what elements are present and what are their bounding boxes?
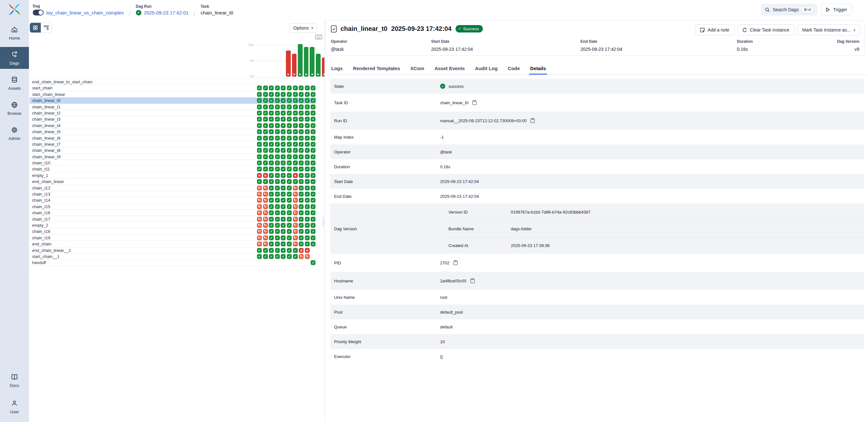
task-name[interactable]: end_chain (32, 241, 52, 247)
task-status-success-icon[interactable]: ✓ (311, 223, 315, 228)
task-name[interactable]: chain_t12 (32, 185, 50, 191)
task-status-success-icon[interactable]: ✓ (263, 248, 268, 253)
task-status-success-icon[interactable]: ✓ (305, 167, 310, 171)
task-status-success-icon[interactable]: ✓ (287, 117, 292, 121)
task-status-up_for_retry-icon[interactable]: ↻ (293, 204, 298, 209)
task-status-success-icon[interactable]: ✓ (269, 86, 274, 90)
task-status-success-icon[interactable]: ✓ (269, 204, 274, 209)
sidebar-item-dags[interactable]: Dags (0, 47, 29, 69)
task-status-success-icon[interactable]: ✓ (311, 105, 315, 109)
task-status-success-icon[interactable]: ✓ (281, 217, 286, 222)
task-status-success-icon[interactable]: ✓ (305, 123, 310, 128)
task-status-success-icon[interactable]: ✓ (269, 235, 274, 240)
task-status-success-icon[interactable]: ✓ (281, 229, 286, 234)
task-status-success-icon[interactable]: ✓ (305, 223, 310, 228)
task-status-success-icon[interactable]: ✓ (263, 111, 268, 115)
task-name[interactable]: chain_t16 (32, 210, 50, 216)
task-row[interactable]: chain_t19↻↻✓✓✓✓↻✓✓✓ (30, 235, 316, 241)
sidebar-item-home[interactable]: Home (0, 22, 29, 44)
task-status-success-icon[interactable]: ✓ (257, 123, 262, 128)
add-note-button[interactable]: Add a note (695, 24, 734, 35)
task-status-success-icon[interactable]: ✓ (287, 123, 292, 128)
grid-view-button[interactable] (30, 23, 41, 32)
task-status-success-icon[interactable]: ✓ (281, 117, 286, 121)
task-status-success-icon[interactable]: ✓ (257, 98, 262, 103)
task-status-success-icon[interactable]: ✓ (293, 254, 298, 259)
task-status-success-icon[interactable]: ✓ (299, 167, 304, 171)
task-status-success-icon[interactable]: ✓ (305, 186, 310, 190)
task-status-success-icon[interactable]: ✓ (281, 105, 286, 109)
task-status-success-icon[interactable]: ✓ (263, 179, 268, 184)
task-status-success-icon[interactable]: ✓ (311, 129, 315, 134)
task-status-success-icon[interactable]: ✓ (287, 192, 292, 197)
task-status-success-icon[interactable]: ✓ (275, 254, 280, 259)
task-status-success-icon[interactable]: ✓ (287, 210, 292, 215)
task-status-success-icon[interactable]: ✓ (287, 111, 292, 115)
sidebar-item-user[interactable]: User (0, 396, 29, 418)
task-row[interactable]: chain_t10✓✓✓✓✓✓✓✓✓✓ (30, 160, 316, 166)
task-status-success-icon[interactable]: ✓ (287, 254, 292, 259)
task-status-success-icon[interactable]: ✓ (257, 154, 262, 159)
task-row[interactable]: chain_t11✓✓✓✓✓✓✓✓✓✓ (30, 166, 316, 172)
task-status-success-icon[interactable]: ✓ (269, 105, 274, 109)
task-status-success-icon[interactable]: ✓ (299, 148, 304, 153)
task-status-success-icon[interactable]: ✓ (311, 242, 315, 246)
task-status-up_for_retry-icon[interactable]: ↻ (293, 210, 298, 215)
task-status-success-icon[interactable]: ✓ (275, 210, 280, 215)
task-status-success-icon[interactable]: ✓ (281, 242, 286, 246)
task-status-success-icon[interactable]: ✓ (281, 142, 286, 147)
task-name[interactable]: chain_t13 (32, 191, 50, 197)
task-status-success-icon[interactable]: ✓ (287, 217, 292, 222)
sidebar-item-assets[interactable]: Assets (0, 72, 29, 94)
task-status-success-icon[interactable]: ✓ (287, 204, 292, 209)
task-status-success-icon[interactable]: ✓ (311, 235, 315, 240)
task-status-success-icon[interactable]: ✓ (281, 254, 286, 259)
task-status-success-icon[interactable]: ✓ (311, 192, 315, 197)
task-status-success-icon[interactable]: ✓ (263, 136, 268, 141)
task-status-success-icon[interactable]: ✓ (299, 105, 304, 109)
task-status-up_for_retry-icon[interactable]: ↻ (263, 217, 268, 222)
task-status-success-icon[interactable]: ✓ (293, 98, 298, 103)
task-status-success-icon[interactable]: ✓ (269, 142, 274, 147)
task-status-success-icon[interactable]: ✓ (281, 148, 286, 153)
task-name[interactable]: start_chain__1 (32, 253, 59, 259)
task-row[interactable]: start_chain__1✓✓✓✓✓✓✓↻↻ (30, 253, 316, 259)
task-row[interactable]: chain_linear_t3✓✓✓✓✓✓✓✓✓✓ (30, 116, 316, 122)
task-status-up_for_retry-icon[interactable]: ↻ (257, 229, 262, 234)
task-status-success-icon[interactable]: ✓ (299, 198, 304, 203)
task-status-success-icon[interactable]: ✓ (275, 235, 280, 240)
task-status-up_for_retry-icon[interactable]: ↻ (305, 254, 310, 259)
task-status-success-icon[interactable]: ✓ (269, 217, 274, 222)
task-status-success-icon[interactable]: ✓ (275, 117, 280, 121)
task-status-success-icon[interactable]: ✓ (257, 254, 262, 259)
dag-link[interactable]: toy_chain_linear_vs_chain_complex (46, 10, 124, 16)
task-status-success-icon[interactable]: ✓ (293, 179, 298, 184)
task-status-success-icon[interactable]: ✓ (275, 223, 280, 228)
task-status-failed-icon[interactable]: × (257, 173, 262, 178)
task-status-up_for_retry-icon[interactable]: ↻ (293, 217, 298, 222)
task-name[interactable]: start_chain (32, 85, 53, 91)
task-status-failed-icon[interactable]: × (299, 248, 304, 253)
task-status-up_for_retry-icon[interactable]: ↻ (293, 198, 298, 203)
task-status-success-icon[interactable]: ✓ (281, 86, 286, 90)
task-status-success-icon[interactable]: ✓ (299, 217, 304, 222)
task-status-success-icon[interactable]: ✓ (275, 167, 280, 171)
task-status-success-icon[interactable]: ✓ (257, 129, 262, 134)
sidebar-item-docs[interactable]: Docs (0, 369, 29, 391)
task-status-success-icon[interactable]: ✓ (311, 86, 315, 90)
task-status-success-icon[interactable]: ✓ (305, 148, 310, 153)
task-name[interactable]: chain_linear_t5 (32, 129, 60, 135)
task-status-success-icon[interactable]: ✓ (287, 136, 292, 141)
task-status-success-icon[interactable]: ✓ (305, 117, 310, 121)
task-status-success-icon[interactable]: ✓ (293, 161, 298, 165)
task-status-success-icon[interactable]: ✓ (281, 223, 286, 228)
task-status-success-icon[interactable]: ✓ (305, 105, 310, 109)
task-status-success-icon[interactable]: ✓ (305, 111, 310, 115)
task-name[interactable]: chain_t18 (32, 228, 50, 234)
task-status-success-icon[interactable]: ✓ (269, 179, 274, 184)
task-status-success-icon[interactable]: ✓ (281, 123, 286, 128)
task-name[interactable]: chain_linear_t3 (32, 116, 60, 122)
task-status-success-icon[interactable]: ✓ (299, 92, 304, 97)
task-status-success-icon[interactable]: ✓ (287, 142, 292, 147)
task-name[interactable]: chain_t14 (32, 197, 50, 203)
